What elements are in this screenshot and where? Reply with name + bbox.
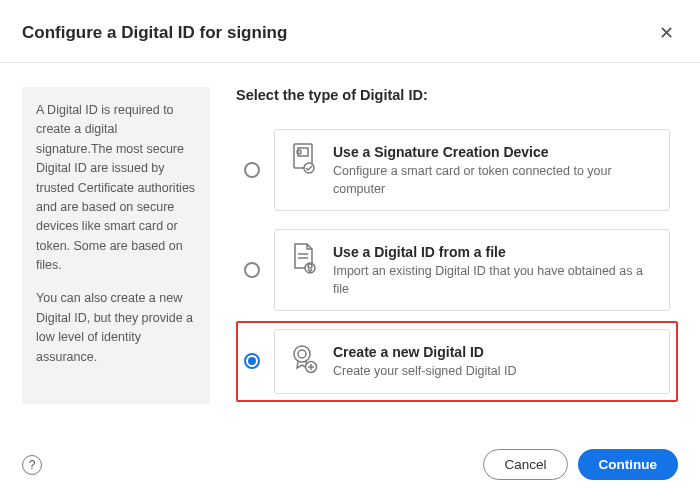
- svg-rect-1: [298, 148, 308, 156]
- svg-point-9: [298, 350, 306, 358]
- option-title: Use a Digital ID from a file: [333, 244, 655, 260]
- option-signature-device[interactable]: Use a Signature Creation Device Configur…: [274, 129, 670, 211]
- svg-point-8: [294, 346, 310, 362]
- close-button[interactable]: ✕: [655, 18, 678, 48]
- help-button[interactable]: ?: [22, 455, 42, 475]
- cancel-button[interactable]: Cancel: [483, 449, 567, 480]
- help-icon: ?: [29, 458, 36, 472]
- dialog-title: Configure a Digital ID for signing: [22, 23, 287, 43]
- option-description: Create your self-signed Digital ID: [333, 363, 655, 381]
- option-title: Use a Signature Creation Device: [333, 144, 655, 160]
- option-from-file-wrapper: Use a Digital ID from a file Import an e…: [236, 221, 678, 319]
- sidebar-paragraph: A Digital ID is required to create a dig…: [36, 101, 196, 275]
- smartcard-icon: [289, 142, 319, 176]
- close-icon: ✕: [659, 23, 674, 43]
- option-signature-device-wrapper: Use a Signature Creation Device Configur…: [236, 121, 678, 219]
- sidebar-paragraph: You can also create a new Digital ID, bu…: [36, 289, 196, 367]
- option-from-file[interactable]: Use a Digital ID from a file Import an e…: [274, 229, 670, 311]
- option-description: Import an existing Digital ID that you h…: [333, 263, 655, 298]
- section-heading: Select the type of Digital ID:: [236, 87, 678, 103]
- radio-create-new[interactable]: [244, 353, 260, 369]
- option-title: Create a new Digital ID: [333, 344, 655, 360]
- continue-button[interactable]: Continue: [578, 449, 679, 480]
- file-badge-icon: [289, 242, 319, 276]
- option-create-new[interactable]: Create a new Digital ID Create your self…: [274, 329, 670, 394]
- radio-signature-device[interactable]: [244, 162, 260, 178]
- radio-from-file[interactable]: [244, 262, 260, 278]
- svg-point-2: [297, 150, 301, 154]
- badge-plus-icon: [289, 342, 319, 376]
- option-description: Configure a smart card or token connecte…: [333, 163, 655, 198]
- info-sidebar: A Digital ID is required to create a dig…: [22, 87, 210, 404]
- option-create-new-wrapper: Create a new Digital ID Create your self…: [236, 321, 678, 402]
